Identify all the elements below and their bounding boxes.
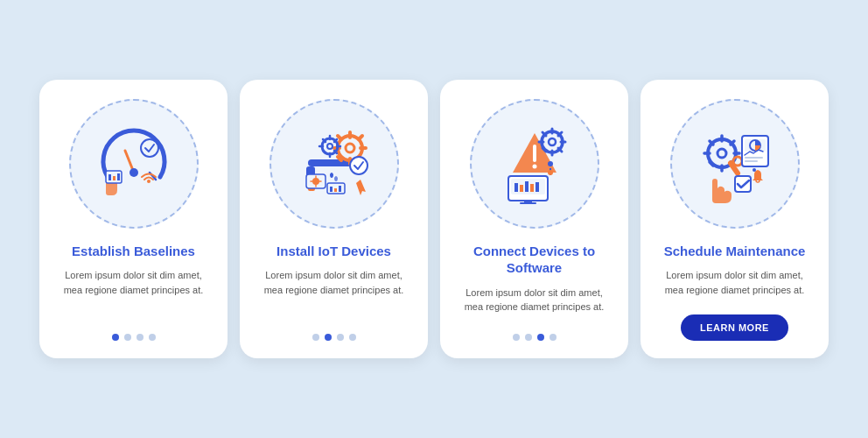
icon-area-1 bbox=[64, 94, 204, 234]
svg-point-14 bbox=[350, 157, 368, 174]
install-iot-icon bbox=[282, 111, 387, 216]
svg-point-36 bbox=[718, 149, 726, 158]
dot-2-4 bbox=[349, 334, 356, 341]
card-schedule-maintenance: Schedule Maintenance Lorem ipsum dolor s… bbox=[640, 80, 829, 359]
svg-rect-27 bbox=[520, 202, 536, 204]
svg-point-16 bbox=[312, 178, 319, 185]
card-connect-devices: Connect Devices to Software Lorem ipsum … bbox=[440, 80, 628, 359]
dot-1-4 bbox=[149, 334, 156, 341]
svg-rect-29 bbox=[520, 185, 523, 192]
establish-baselines-icon bbox=[81, 111, 186, 216]
svg-point-34 bbox=[548, 170, 553, 175]
svg-point-44 bbox=[752, 168, 756, 172]
cards-container: Establish Baselines Lorem ipsum dolor si… bbox=[22, 62, 846, 377]
svg-point-2 bbox=[147, 180, 150, 183]
svg-point-23 bbox=[549, 138, 556, 145]
dot-3-2 bbox=[525, 334, 532, 341]
svg-rect-4 bbox=[108, 174, 111, 180]
card-4-body: Lorem ipsum dolor sit dim amet, mea regi… bbox=[656, 268, 813, 297]
icon-area-2 bbox=[264, 94, 404, 234]
connect-devices-icon bbox=[482, 111, 587, 216]
card-establish-baselines: Establish Baselines Lorem ipsum dolor si… bbox=[39, 80, 228, 359]
svg-rect-18 bbox=[330, 187, 332, 192]
card-install-iot: Install IoT Devices Lorem ipsum dolor si… bbox=[240, 80, 428, 359]
svg-point-11 bbox=[346, 144, 354, 152]
dot-2-2 bbox=[325, 334, 332, 341]
svg-point-1 bbox=[141, 139, 158, 157]
dot-3-3 bbox=[537, 334, 544, 341]
card-4-title: Schedule Maintenance bbox=[664, 243, 806, 260]
card-3-dots bbox=[513, 334, 556, 341]
dot-3-1 bbox=[513, 334, 520, 341]
card-2-title: Install IoT Devices bbox=[276, 243, 391, 260]
dot-1-3 bbox=[136, 334, 144, 341]
card-1-dots bbox=[112, 334, 156, 341]
svg-rect-6 bbox=[117, 173, 120, 180]
svg-point-0 bbox=[130, 168, 138, 177]
icon-area-3 bbox=[465, 94, 605, 234]
svg-point-21 bbox=[532, 164, 536, 168]
svg-rect-28 bbox=[514, 183, 518, 192]
learn-more-button[interactable]: LEARN MORE bbox=[681, 314, 788, 341]
dot-1-1 bbox=[112, 334, 119, 341]
card-1-title: Establish Baselines bbox=[72, 243, 195, 260]
svg-rect-30 bbox=[525, 181, 528, 192]
card-1-body: Lorem ipsum dolor sit dim amet, mea regi… bbox=[55, 268, 212, 297]
svg-rect-5 bbox=[113, 176, 116, 180]
dot-1-2 bbox=[124, 334, 131, 341]
svg-rect-19 bbox=[334, 188, 337, 192]
dot-2-3 bbox=[337, 334, 344, 341]
svg-rect-31 bbox=[530, 184, 534, 192]
card-3-body: Lorem ipsum dolor sit dim amet, mea regi… bbox=[456, 286, 612, 314]
svg-rect-43 bbox=[745, 160, 758, 162]
svg-rect-20 bbox=[339, 186, 341, 192]
schedule-maintenance-icon bbox=[682, 111, 788, 216]
card-3-title: Connect Devices to Software bbox=[456, 243, 612, 277]
card-2-dots bbox=[312, 334, 356, 341]
card-2-body: Lorem ipsum dolor sit dim amet, mea regi… bbox=[256, 268, 412, 297]
icon-area-4 bbox=[665, 94, 805, 234]
dot-2-1 bbox=[312, 334, 319, 341]
svg-rect-32 bbox=[536, 182, 539, 192]
svg-point-33 bbox=[548, 161, 553, 166]
dot-3-4 bbox=[550, 334, 556, 341]
svg-point-38 bbox=[733, 157, 742, 166]
svg-point-13 bbox=[327, 144, 332, 149]
svg-rect-42 bbox=[745, 157, 763, 159]
